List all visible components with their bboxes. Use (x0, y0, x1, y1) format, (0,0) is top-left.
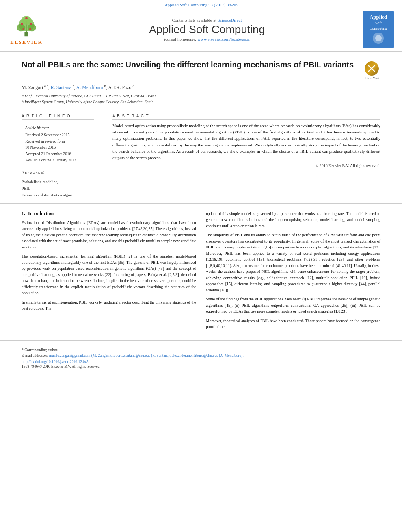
article-history-box: Article history: Received 2 September 20… (22, 122, 94, 166)
top-bar: Applied Soft Computing 53 (2017) 88–96 (0, 0, 402, 8)
kw-1: Probabilistic modeling (22, 178, 94, 185)
affiliations: a Dinf – Federal University of Parana, C… (22, 93, 380, 105)
sciencedirect-link[interactable]: ScienceDirect (218, 18, 242, 22)
homepage-link[interactable]: www.elsevier.com/locate/asoc (197, 37, 250, 41)
paper-header: Not all PBILs are the same: Unveiling th… (0, 52, 402, 109)
journal-logo-right: Applied Soft Computing (363, 11, 394, 48)
section1-right-para2: The simplicity of PBIL and its ability t… (206, 232, 381, 293)
paper-title: Not all PBILs are the same: Unveiling th… (22, 59, 359, 70)
section1-title: Introduction (28, 211, 54, 216)
col-right: update of this simple model is governed … (206, 211, 381, 333)
abstract-text: Model-based optimization using probabili… (112, 123, 380, 161)
kw-2: PBIL (22, 185, 94, 192)
affil-b: b Intelligent System Group, University o… (22, 99, 380, 105)
section1-right-para3: Some of the findings from the PBIL appli… (206, 296, 381, 315)
available-date: Available online 3 January 2017 (25, 158, 76, 162)
author-zangari: M. Zangari (22, 85, 44, 90)
email-links[interactable]: murilo.zangari@gmail.com (M. Zangari), r… (49, 354, 244, 358)
article-history-label: Article history: (25, 125, 91, 131)
journal-volume-link[interactable]: Applied Soft Computing 53 (2017) 88–96 (165, 2, 238, 7)
elsevier-wordmark: ELSEVIER (10, 39, 43, 45)
svg-rect-0 (24, 32, 28, 36)
main-content: 1. Introduction Estimation of Distributi… (0, 204, 402, 340)
section1-para2: The population-based incremental learnin… (22, 253, 196, 296)
paper-title-row: Not all PBILs are the same: Unveiling th… (22, 59, 380, 80)
homepage-line: journal homepage: www.elsevier.com/locat… (57, 37, 357, 41)
col-left: 1. Introduction Estimation of Distributi… (22, 211, 196, 333)
journal-center: Contents lists available at ScienceDirec… (57, 18, 357, 41)
svg-point-8 (25, 17, 28, 19)
copyright-notice: © 2016 Elsevier B.V. All rights reserved… (112, 163, 380, 168)
section-number: 1. (22, 211, 25, 216)
sup-a2: a (133, 84, 134, 88)
sup-a-star: a,* (44, 84, 48, 88)
kw-3: Estimation of distribution algorithm (22, 192, 94, 198)
section1-right-para1: update of this simple model is governed … (206, 211, 381, 229)
svg-point-10 (29, 28, 31, 30)
accepted-date: Accepted 21 December 2016 (25, 152, 71, 156)
logo-graphic (367, 32, 390, 44)
authors-line: M. Zangari a,*, R. Santana b, A. Mendibu… (22, 84, 380, 91)
svg-point-7 (30, 23, 32, 25)
footnote-emails: E-mail addresses: murilo.zangari@gmail.c… (22, 353, 380, 358)
crossmark-label: CrossMark (365, 76, 380, 80)
author-pozo: A.T.R. Pozo (108, 85, 132, 90)
corresponding-label: * Corresponding author. (22, 348, 58, 352)
doi-link[interactable]: http://dx.doi.org/10.1016/j.asoc.2016.12… (22, 360, 89, 364)
abstract-title: A B S T R A C T (112, 114, 380, 120)
doi-line: http://dx.doi.org/10.1016/j.asoc.2016.12… (22, 360, 380, 364)
footnote-corresponding: * Corresponding author. (22, 347, 380, 353)
journal-header: ELSEVIER Contents lists available at Sci… (0, 8, 402, 52)
elsevier-logo: ELSEVIER (8, 14, 51, 45)
contents-line: Contents lists available at ScienceDirec… (57, 18, 357, 22)
affil-a: a Dinf – Federal University of Parana, C… (22, 93, 380, 99)
keywords-box: Probabilistic modeling PBIL Estimation o… (22, 178, 94, 198)
crossmark-icon (367, 64, 376, 73)
journal-logo-box: Applied Soft Computing (363, 11, 394, 48)
svg-point-12 (375, 35, 382, 41)
revised-date: 10 November 2016 (25, 145, 56, 150)
email-label: E-mail addresses: (22, 354, 48, 358)
svg-point-9 (22, 28, 24, 30)
svg-point-3 (17, 24, 25, 31)
section1-para3: In simple terms, at each generation, PBI… (22, 299, 196, 311)
crossmark-badge[interactable]: CrossMark (365, 61, 380, 80)
paper-footer: * Corresponding author. E-mail addresses… (0, 340, 402, 372)
elsevier-tree-icon (11, 14, 42, 37)
logo-box-soft: Soft (365, 20, 392, 26)
keywords-title: Keywords: (22, 170, 94, 176)
logo-box-applied: Applied (365, 14, 392, 20)
received-date: Received 2 September 2015 (25, 133, 69, 137)
author-mendiburu: A. Mendiburu (76, 85, 104, 90)
svg-point-4 (28, 24, 36, 31)
issn-line: 1568-4946/© 2016 Elsevier B.V. All right… (22, 365, 380, 369)
svg-point-6 (21, 23, 23, 25)
article-info: A R T I C L E I N F O Article history: R… (22, 114, 100, 198)
logo-box-computing: Computing (365, 26, 392, 31)
journal-title: Applied Soft Computing (57, 23, 357, 36)
article-info-title: A R T I C L E I N F O (22, 114, 94, 120)
author-santana: R. Santana (51, 85, 73, 90)
abstract-section: A B S T R A C T Model-based optimization… (112, 114, 380, 198)
revised-label: Received in revised form (25, 139, 65, 143)
section1-right-para4: Moreover, theoretical analyses of PBIL h… (206, 318, 381, 330)
article-body: A R T I C L E I N F O Article history: R… (0, 109, 402, 204)
section1-heading: 1. Introduction (22, 211, 196, 217)
crossmark-circle (365, 61, 379, 76)
section1-para1: Estimation of Distribution Algorithms (E… (22, 220, 196, 250)
footnote-divider (22, 345, 69, 345)
